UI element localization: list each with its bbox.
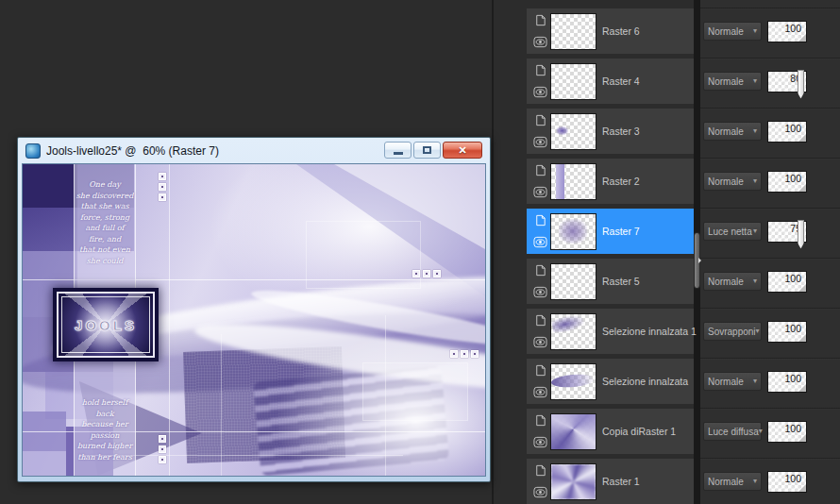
layer-row-raster-2[interactable]: Raster 2: [527, 159, 694, 204]
blend-mode-dropdown[interactable]: Normale ▾: [703, 172, 762, 191]
opacity-field[interactable]: 100: [767, 121, 807, 143]
layer-row-raster-4[interactable]: Raster 4: [527, 59, 694, 104]
visibility-eye-icon[interactable]: [533, 185, 547, 199]
blend-mode-value: Normale: [708, 76, 744, 87]
layers-palette: Raster 6 Normale ▾ 100 Raster 4 Normale …: [495, 0, 840, 504]
opacity-value: 100: [784, 473, 801, 484]
layer-name: Raster 2: [602, 176, 640, 187]
visibility-eye-icon[interactable]: [533, 485, 547, 499]
fold-corner-handle[interactable]: [798, 34, 806, 42]
raster-layer-icon[interactable]: [533, 313, 547, 328]
layer-row-selezione-innalzata-1[interactable]: Selezione innalzata 1: [527, 309, 694, 354]
blend-mode-dropdown[interactable]: Normale ▾: [703, 72, 762, 91]
layer-row-raster-7-selected[interactable]: Raster 7: [527, 209, 694, 254]
image-canvas[interactable]: One day she discovered that she was forc…: [23, 164, 485, 476]
layer-thumbnail[interactable]: [550, 63, 596, 100]
opacity-value: 100: [784, 273, 801, 284]
layer-row-raster-1[interactable]: Raster 1: [527, 459, 694, 504]
opacity-value: 100: [784, 423, 801, 434]
layer-thumbnail[interactable]: [550, 13, 596, 50]
raster-layer-icon[interactable]: [533, 363, 547, 378]
raster-layer-icon[interactable]: [533, 463, 547, 478]
visibility-eye-icon[interactable]: [533, 385, 547, 399]
layers-scrollbar-thumb[interactable]: [694, 232, 700, 289]
fold-corner-handle[interactable]: [798, 284, 806, 292]
fold-corner-handle[interactable]: [798, 334, 806, 342]
fold-corner-handle[interactable]: [798, 434, 806, 442]
layer-thumbnail[interactable]: [550, 163, 596, 200]
blend-mode-dropdown[interactable]: Normale ▾: [703, 272, 762, 291]
fold-corner-handle[interactable]: [798, 384, 806, 392]
layer-name: Selezione innalzata: [602, 376, 688, 387]
layer-thumbnail[interactable]: [550, 313, 596, 350]
raster-layer-icon[interactable]: [533, 113, 547, 127]
minimize-button[interactable]: [384, 142, 412, 159]
layer-thumbnail[interactable]: [550, 363, 596, 400]
layer-row-raster-6[interactable]: Raster 6: [527, 8, 694, 54]
app-image-icon: [25, 143, 41, 159]
fold-corner-handle[interactable]: [798, 184, 806, 192]
visibility-eye-icon[interactable]: [533, 235, 547, 249]
document-titlebar[interactable]: Jools-livello25* @ 60% (Raster 7) ✕: [18, 138, 490, 164]
blend-mode-value: Luce diffusa: [708, 427, 759, 437]
layer-row-selezione-innalzata[interactable]: Selezione innalzata: [527, 359, 694, 404]
art-grid-line: [221, 334, 222, 476]
layer-thumbnail[interactable]: [550, 413, 596, 450]
opacity-field[interactable]: 75: [767, 221, 807, 243]
opacity-field[interactable]: 100: [767, 21, 807, 42]
chevron-down-icon: ▾: [753, 77, 757, 85]
blend-mode-dropdown[interactable]: Sovrapponi ▾: [703, 322, 762, 341]
layer-thumbnail[interactable]: [550, 263, 596, 300]
raster-layer-icon[interactable]: [533, 163, 547, 177]
blend-mode-dropdown[interactable]: Normale ▾: [703, 472, 762, 491]
quote-line: and full of: [75, 223, 135, 234]
raster-layer-icon[interactable]: [533, 213, 547, 227]
chevron-down-icon: ▾: [753, 227, 757, 235]
visibility-eye-icon[interactable]: [533, 435, 547, 449]
opacity-field[interactable]: 100: [767, 471, 807, 493]
blend-mode-dropdown[interactable]: Normale ▾: [703, 372, 762, 391]
visibility-eye-icon[interactable]: [533, 335, 547, 349]
maximize-button[interactable]: [413, 142, 441, 159]
layer-thumbnail[interactable]: [550, 113, 596, 150]
layer-name: Raster 3: [602, 126, 640, 137]
quote-line: than her fears: [75, 452, 135, 463]
raster-layer-icon[interactable]: [533, 63, 547, 77]
visibility-eye-icon[interactable]: [533, 285, 547, 299]
art-faint-rect: [362, 362, 468, 421]
layer-name: Raster 5: [602, 276, 640, 287]
document-window[interactable]: Jools-livello25* @ 60% (Raster 7) ✕: [17, 137, 491, 482]
opacity-field[interactable]: 100: [767, 321, 807, 343]
opacity-field[interactable]: 100: [767, 421, 807, 443]
raster-layer-icon[interactable]: [533, 413, 547, 428]
blend-mode-dropdown[interactable]: Luce netta ▾: [703, 222, 762, 241]
opacity-field[interactable]: 100: [767, 271, 807, 293]
quote-bottom: hold herself back because her passion bu…: [75, 397, 135, 462]
blend-mode-dropdown[interactable]: Normale ▾: [703, 22, 762, 41]
quote-line: force, strong: [75, 212, 135, 224]
opacity-slider-pin[interactable]: [798, 70, 804, 99]
visibility-eye-icon[interactable]: [533, 135, 547, 149]
opacity-field[interactable]: 100: [767, 371, 807, 393]
layer-row-raster-3[interactable]: Raster 3: [527, 109, 694, 154]
fold-corner-handle[interactable]: [798, 484, 806, 492]
blend-mode-value: Normale: [708, 26, 744, 37]
fold-corner-handle[interactable]: [798, 134, 806, 142]
layers-scrollbar[interactable]: [694, 0, 700, 504]
visibility-eye-icon[interactable]: [533, 85, 547, 99]
quote-line: that she was: [75, 201, 135, 212]
opacity-field[interactable]: 80: [767, 71, 807, 92]
chevron-down-icon: ▾: [759, 428, 763, 435]
opacity-field[interactable]: 100: [767, 171, 807, 193]
visibility-eye-icon[interactable]: [533, 35, 547, 49]
close-button[interactable]: ✕: [443, 142, 482, 159]
opacity-slider-pin[interactable]: [798, 220, 804, 249]
layer-row-raster-5[interactable]: Raster 5: [527, 259, 694, 304]
blend-mode-dropdown[interactable]: Luce diffusa ▾: [703, 422, 762, 441]
layer-thumbnail[interactable]: [550, 463, 596, 500]
layer-row-copia-diraster-1[interactable]: Copia diRaster 1: [527, 409, 694, 454]
layer-thumbnail[interactable]: [550, 213, 596, 250]
blend-mode-dropdown[interactable]: Normale ▾: [703, 122, 762, 141]
raster-layer-icon[interactable]: [533, 263, 547, 277]
raster-layer-icon[interactable]: [533, 13, 547, 27]
